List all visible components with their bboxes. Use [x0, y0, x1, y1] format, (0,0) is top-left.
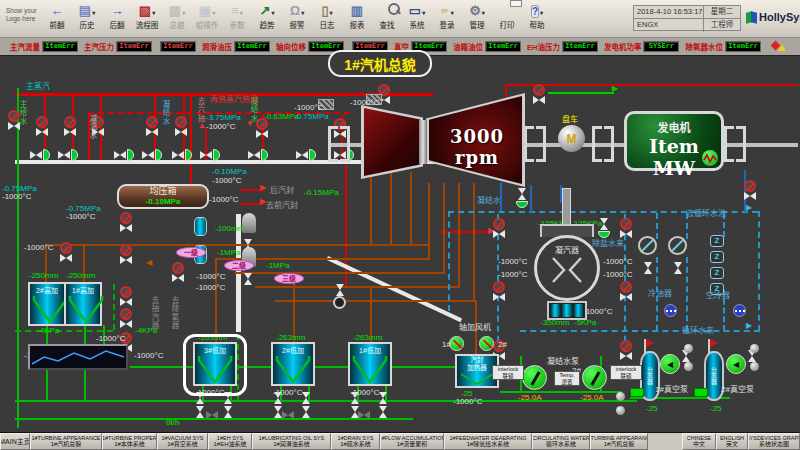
dropdown-arrow-icon[interactable]: ▾ [271, 10, 274, 16]
toolbar-button-print[interactable]: 打印 [492, 2, 522, 36]
interlock-badge[interactable]: interlock 联锁 [610, 365, 642, 380]
equalizer-value: -0.10MPa [119, 197, 207, 206]
nav-label-zh: 1#流量累积 [397, 441, 428, 448]
dropdown-arrow-icon[interactable]: ▾ [240, 10, 243, 16]
generator-status-icon [702, 150, 718, 166]
shaft-coupling [419, 120, 427, 164]
toolbar-button-manage[interactable]: ⚙▾管理 [462, 2, 492, 36]
log-icon: ▯ [321, 3, 328, 18]
dropdown-arrow-icon[interactable]: ▾ [92, 10, 95, 16]
nav-button[interactable]: 1#TURBINE APPEARANCE1#汽机总貌 [590, 433, 648, 450]
tab-field-value[interactable]: ItemErr [234, 41, 270, 52]
nav-button[interactable]: 1#FEEDWATER DEAERATING1#除氧给水系统 [444, 433, 532, 450]
nav-button[interactable]: CHINESE中文 [682, 433, 716, 450]
nav-label-zh: 系统状态图 [759, 441, 789, 448]
toolbar-button-trend[interactable]: ↗▾趋势 [252, 2, 282, 36]
dropdown-arrow-icon[interactable]: ▾ [182, 10, 185, 16]
nav-button[interactable]: 1#TURBINE PROPER1#本体系统 [102, 433, 157, 450]
weekday-text: 星期二 [704, 6, 740, 18]
toolbar: Show your Logo here ←前翻▤▾历史→后翻▧▾流程图▦▾总貌▣… [0, 0, 800, 38]
toolbar-button-label: 总貌 [170, 19, 185, 30]
history-icon: ▤ [79, 3, 91, 18]
gland-heater-label-2: 加热器 [457, 364, 497, 372]
param-icon: ≡ [231, 3, 239, 18]
nav-button[interactable]: MAIN主页 [0, 433, 30, 450]
nav-button[interactable]: 1#DRAIN SYS1#疏水系统 [331, 433, 380, 450]
toolbar-button-overview[interactable]: ▦▾总貌 [162, 2, 192, 36]
tab-field-value[interactable]: ItemErr [160, 41, 196, 52]
brand-text: HollySys [759, 11, 800, 23]
condenser-internals-icon [537, 238, 597, 298]
nav-button[interactable]: CIRCULATING WATER循环水系统 [532, 433, 590, 450]
nav-label-zh: 1#汽机总貌 [51, 441, 82, 448]
gland-heater-label-1: 汽封 [457, 356, 497, 364]
toolbar-button-find[interactable]: 查找 [372, 2, 402, 36]
dropdown-arrow-icon[interactable]: ▾ [422, 10, 425, 16]
nav-label-zh: 1#除氧给水系统 [467, 441, 510, 448]
nav-button[interactable]: 1#TURBINE APPEARANCE1#汽机总貌 [30, 433, 102, 450]
alarm-indicator-icon[interactable] [770, 40, 786, 54]
exhaust-duct [562, 188, 571, 226]
nav-button[interactable]: 1#EH SYS1#EH油系统 [208, 433, 252, 450]
dropdown-arrow-icon[interactable]: ▾ [212, 10, 215, 16]
toolbar-button-login[interactable]: ♀▾登录 [432, 2, 462, 36]
toolbar-button-label: 前翻 [50, 19, 65, 30]
toolbar-button-groupop[interactable]: ▣▾组操作 [192, 2, 222, 36]
temp-mode-badge[interactable]: Temp. 逆置 [554, 371, 580, 386]
toolbar-button-log[interactable]: ▯▾日志 [312, 2, 342, 36]
forward-icon: → [111, 3, 124, 18]
generator-label: 发电机 [627, 119, 721, 135]
tab-field-value[interactable]: ItemErr [42, 41, 78, 52]
tab-field-value[interactable]: ItemErr [116, 41, 152, 52]
tab-field-label: 除氧器水位 [685, 41, 723, 52]
toolbar-button-label: 查找 [380, 19, 395, 30]
dropdown-arrow-icon[interactable]: ▾ [482, 10, 485, 16]
nav-button[interactable]: ENGLISH英文 [716, 433, 748, 450]
nav-label-zh: 循环水系统 [546, 441, 576, 448]
toolbar-button-back[interactable]: ←前翻 [42, 2, 72, 36]
toolbar-button-param[interactable]: ≡▾参数 [222, 2, 252, 36]
toolbar-button-flow[interactable]: ▧▾流程图 [132, 2, 162, 36]
bottom-nav: MAIN主页1#TURBINE APPEARANCE1#汽机总貌1#TURBIN… [0, 432, 800, 450]
tab-field-value[interactable]: ItemErr [485, 41, 521, 52]
datetime-text: 2018-4-10 16:53:17 [634, 6, 704, 18]
hollysys-logo-icon [746, 12, 757, 23]
tab-field-value[interactable]: ItemErr [562, 41, 598, 52]
dropdown-arrow-icon[interactable]: ▾ [330, 10, 333, 16]
toolbar-button-system[interactable]: ▭▾系统 [402, 2, 432, 36]
dropdown-arrow-icon[interactable]: ▾ [301, 10, 304, 16]
interlock-text-zh: 联锁 [611, 373, 641, 380]
toolbar-button-forward[interactable]: →后翻 [102, 2, 132, 36]
toolbar-button-alarm[interactable]: Ω▾报警 [282, 2, 312, 36]
tab-field-value[interactable]: SYSErr [643, 41, 679, 52]
hp-turbine[interactable] [361, 105, 423, 179]
toolbar-button-label: 历史 [80, 19, 95, 30]
toolbar-button-label: 后翻 [110, 19, 125, 30]
alarm-icon: Ω [290, 3, 300, 18]
tab-field-label: 主汽流量 [10, 41, 40, 52]
toolbar-button-history[interactable]: ▤▾历史 [72, 2, 102, 36]
nav-button[interactable]: SYSDEVICES GRAPH系统状态图 [748, 433, 800, 450]
nav-button[interactable]: 1#LUBRICATING OIL SYS1#润滑油系统 [252, 433, 331, 450]
nav-button[interactable]: 1#VACUUM SYS1#真空系统 [157, 433, 208, 450]
turbine-speed-value: 3000 rpm [431, 126, 523, 168]
flow-icon: ▧ [139, 3, 151, 18]
report-icon: ▥ [351, 3, 363, 18]
trend-icon: ↗ [260, 3, 271, 18]
condenser[interactable]: 凝汽器 [534, 235, 600, 301]
nav-label-zh: 中文 [693, 441, 705, 448]
dropdown-arrow-icon[interactable]: ▾ [152, 10, 155, 16]
nav-label-zh: 英文 [726, 441, 738, 448]
toolbar-button-label: 报表 [350, 19, 365, 30]
trend-thumbnail[interactable] [28, 344, 128, 370]
toolbar-button-report[interactable]: ▥报表 [342, 2, 372, 36]
tab-field-value[interactable]: ItemErr [725, 41, 761, 52]
equalizer-tank[interactable]: 均压箱 -0.10MPa [117, 184, 209, 209]
tab-field-label: EH油压力 [527, 41, 560, 52]
toolbar-button-help[interactable]: ?▾帮助 [522, 2, 552, 36]
groupop-icon: ▣ [199, 3, 211, 18]
nav-button[interactable]: 1#FLOW ACCUMULATION1#流量累积 [380, 433, 444, 450]
interlock-badge[interactable]: interlock 联锁 [492, 365, 524, 380]
dropdown-arrow-icon[interactable]: ▾ [540, 10, 543, 16]
generator[interactable]: 发电机 Item MW [624, 111, 724, 171]
